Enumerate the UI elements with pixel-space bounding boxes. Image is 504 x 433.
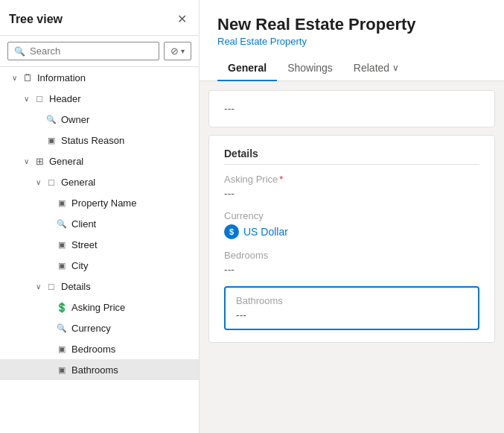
box-sm-icon: ▣ bbox=[45, 133, 58, 147]
tree-label: General bbox=[61, 177, 95, 188]
tree-label: Owner bbox=[61, 114, 89, 125]
tree-item-header[interactable]: ∨ □ Header bbox=[0, 88, 199, 109]
tree-item-property-name[interactable]: › ▣ Property Name bbox=[0, 192, 199, 213]
tree-item-owner[interactable]: › 🔍 Owner bbox=[0, 109, 199, 130]
search-icon: 🔍 bbox=[14, 46, 25, 57]
filter-icon: ⊘ bbox=[170, 45, 179, 57]
form-body: --- Details Asking Price --- Currency $ … bbox=[200, 81, 504, 433]
box-icon: □ bbox=[45, 175, 58, 189]
bathrooms-value: --- bbox=[236, 309, 468, 321]
box-sm-icon: ▣ bbox=[55, 363, 68, 376]
expand-icon: ∨ bbox=[9, 72, 19, 83]
main-panel: New Real Estate Property Real Estate Pro… bbox=[200, 0, 504, 433]
search-input[interactable] bbox=[30, 45, 153, 57]
details-section-title: Details bbox=[224, 148, 479, 165]
tree-label: General bbox=[49, 156, 83, 167]
entity-title: New Real Estate Property bbox=[217, 15, 486, 34]
filter-chevron-icon: ▾ bbox=[181, 47, 185, 55]
tree-label: Information bbox=[37, 72, 86, 83]
field-currency: Currency $ US Dollar bbox=[224, 210, 479, 239]
tree-label: Header bbox=[49, 93, 81, 104]
currency-globe-icon: $ bbox=[224, 224, 239, 239]
tree-item-currency[interactable]: › 🔍 Currency bbox=[0, 317, 199, 338]
currency-value[interactable]: $ US Dollar bbox=[224, 224, 479, 239]
tree-header: Tree view ✕ bbox=[0, 0, 199, 36]
tree-label: Bedrooms bbox=[71, 344, 115, 355]
box-sm-icon: ▣ bbox=[55, 342, 68, 355]
tree-item-street[interactable]: › ▣ Street bbox=[0, 234, 199, 255]
expand-icon: ∨ bbox=[21, 156, 31, 166]
close-button[interactable]: ✕ bbox=[174, 10, 190, 28]
form-header: New Real Estate Property Real Estate Pro… bbox=[200, 0, 504, 81]
field-asking-price: Asking Price --- bbox=[224, 174, 479, 200]
box-icon: □ bbox=[45, 279, 58, 293]
tree-item-general-group[interactable]: ∨ □ General bbox=[0, 171, 199, 192]
field-bathrooms-card: Bathrooms --- bbox=[224, 286, 479, 330]
expand-icon: ∨ bbox=[33, 281, 43, 291]
tab-related[interactable]: Related ∨ bbox=[343, 56, 409, 81]
tree-item-details-group[interactable]: ∨ □ Details bbox=[0, 276, 199, 297]
tree-label: Client bbox=[71, 218, 96, 230]
doc-icon: 🗒 bbox=[21, 71, 34, 84]
tree-title: Tree view bbox=[9, 13, 63, 26]
tree-item-status-reason[interactable]: › ▣ Status Reason bbox=[0, 130, 199, 151]
box-sm-icon: ▣ bbox=[55, 238, 68, 251]
tree-label: Currency bbox=[71, 323, 111, 334]
tab-showings[interactable]: Showings bbox=[277, 56, 343, 81]
search-bar: 🔍 ⊘ ▾ bbox=[0, 36, 199, 67]
search-input-wrapper: 🔍 bbox=[7, 42, 159, 60]
filter-button[interactable]: ⊘ ▾ bbox=[164, 42, 191, 60]
tree-label: City bbox=[71, 260, 88, 271]
entity-subtitle: Real Estate Property bbox=[217, 36, 486, 47]
box-icon: □ bbox=[33, 92, 46, 105]
tree-item-general-section[interactable]: ∨ ⊞ General bbox=[0, 151, 199, 171]
tree-item-information[interactable]: ∨ 🗒 Information bbox=[0, 67, 199, 88]
tree-label: Property Name bbox=[71, 197, 136, 209]
tree-label: Street bbox=[71, 239, 98, 250]
box-sm-icon: ▣ bbox=[55, 259, 68, 272]
tree-item-bedrooms[interactable]: › ▣ Bedrooms bbox=[0, 338, 199, 359]
bedrooms-value: --- bbox=[224, 264, 479, 276]
asking-price-label: Asking Price bbox=[224, 174, 479, 185]
search-icon: 🔍 bbox=[55, 217, 68, 230]
tree-item-asking-price[interactable]: › 💲 Asking Price bbox=[0, 297, 199, 317]
field-bedrooms: Bedrooms --- bbox=[224, 250, 479, 276]
search-icon: 🔍 bbox=[55, 321, 68, 335]
currency-label: Currency bbox=[224, 210, 479, 221]
currency-text: US Dollar bbox=[243, 226, 288, 238]
tree-item-city[interactable]: › ▣ City bbox=[0, 255, 199, 276]
tree-label: Status Reason bbox=[61, 135, 124, 146]
bedrooms-label: Bedrooms bbox=[224, 250, 479, 261]
tree-label: Asking Price bbox=[71, 302, 125, 313]
asking-price-value: --- bbox=[224, 188, 479, 200]
tree-label: Bathrooms bbox=[71, 364, 118, 376]
search-icon: 🔍 bbox=[45, 113, 58, 126]
tree-item-bathrooms[interactable]: › ▣ Bathrooms bbox=[0, 359, 199, 380]
tree-label: Details bbox=[61, 281, 91, 292]
box-sm-icon: ▣ bbox=[55, 196, 68, 209]
tab-related-label: Related bbox=[354, 62, 389, 74]
related-chevron-icon: ∨ bbox=[392, 63, 399, 73]
tree-item-client[interactable]: › 🔍 Client bbox=[0, 213, 199, 234]
details-card: Details Asking Price --- Currency $ US D… bbox=[208, 135, 495, 343]
top-empty-card: --- bbox=[208, 90, 495, 127]
tree-panel: Tree view ✕ 🔍 ⊘ ▾ ∨ 🗒 Information ∨ □ He… bbox=[0, 0, 200, 433]
expand-icon: ∨ bbox=[21, 93, 31, 104]
tabs-bar: General Showings Related ∨ bbox=[217, 56, 486, 80]
empty-card-value: --- bbox=[224, 103, 235, 115]
tree-content: ∨ 🗒 Information ∨ □ Header › 🔍 Owner › ▣… bbox=[0, 67, 199, 433]
bathrooms-label: Bathrooms bbox=[236, 295, 468, 306]
currency-icon: 💲 bbox=[55, 300, 68, 314]
tab-general[interactable]: General bbox=[217, 56, 277, 81]
grid-icon: ⊞ bbox=[33, 154, 46, 168]
expand-icon: ∨ bbox=[33, 177, 43, 187]
